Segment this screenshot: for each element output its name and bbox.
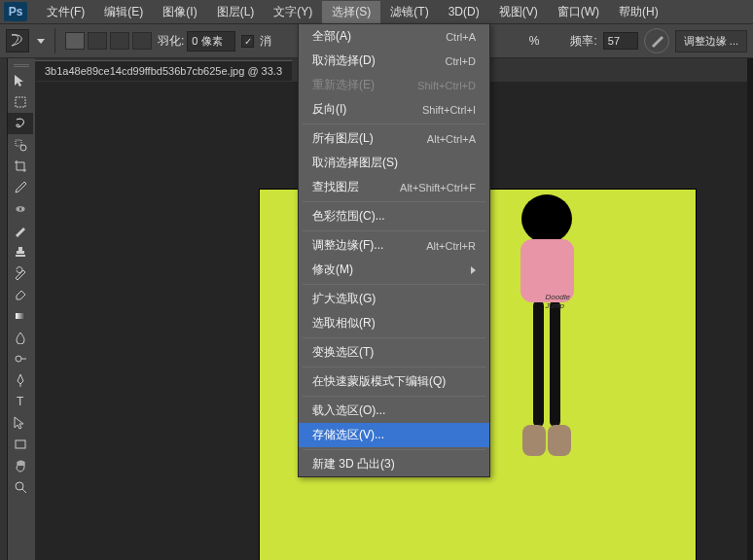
- menu-filter[interactable]: 滤镜(T): [380, 1, 438, 23]
- shape-tool[interactable]: [8, 434, 33, 455]
- anti-alias-checkbox[interactable]: ✓: [241, 35, 254, 48]
- svg-point-2: [20, 145, 26, 151]
- svg-point-10: [16, 482, 23, 490]
- menu-item-all[interactable]: 全部(A)Ctrl+A: [299, 24, 489, 49]
- lasso-tool[interactable]: [8, 113, 33, 134]
- mode-add-selection[interactable]: [88, 32, 107, 50]
- figure-feet: [503, 425, 591, 456]
- menu-item-color-range[interactable]: 色彩范围(C)...: [299, 204, 489, 228]
- svg-rect-6: [16, 313, 25, 319]
- ps-logo-icon: Ps: [4, 2, 27, 21]
- menu-separator: [303, 396, 485, 397]
- svg-rect-9: [16, 440, 25, 448]
- menu-file[interactable]: 文件(F): [37, 1, 94, 23]
- percent-label: %: [529, 34, 540, 48]
- hand-tool[interactable]: [8, 455, 33, 476]
- menu-item-quick-mask[interactable]: 在快速蒙版模式下编辑(Q): [299, 369, 489, 394]
- menu-item-all-layers[interactable]: 所有图层(L)Alt+Ctrl+A: [299, 126, 489, 151]
- eraser-tool[interactable]: [8, 284, 33, 305]
- figure-leg: [550, 300, 560, 427]
- menu-item-inverse[interactable]: 反向(I)Shift+Ctrl+I: [299, 97, 489, 122]
- figure-leg: [533, 300, 544, 427]
- menu-edit[interactable]: 编辑(E): [94, 1, 153, 23]
- svg-point-7: [16, 356, 21, 362]
- feather-field: 羽化: 0 像素: [158, 31, 235, 52]
- pressure-brush-icon[interactable]: [644, 28, 669, 53]
- history-brush-tool[interactable]: [8, 262, 33, 284]
- selection-mode-group: [65, 32, 152, 50]
- menu-separator: [303, 449, 485, 450]
- menu-separator: [303, 367, 485, 368]
- menu-separator: [303, 123, 485, 124]
- menu-separator: [303, 337, 485, 338]
- menu-item-transform[interactable]: 变换选区(T): [299, 340, 489, 365]
- menu-image[interactable]: 图像(I): [153, 1, 206, 23]
- divider: [54, 28, 55, 53]
- frequency-input[interactable]: 57: [603, 32, 638, 50]
- toolbox: T: [8, 58, 35, 560]
- zoom-tool[interactable]: [8, 476, 33, 498]
- menu-item-refine-edge[interactable]: 调整边缘(F)...Alt+Ctrl+R: [299, 233, 489, 258]
- stamp-tool[interactable]: [8, 241, 33, 262]
- pen-tool[interactable]: [8, 369, 33, 391]
- move-tool[interactable]: [8, 70, 33, 91]
- menu-item-find-layers[interactable]: 查找图层Alt+Shift+Ctrl+F: [299, 175, 489, 199]
- figure-foot: [522, 425, 546, 456]
- figure-shirt-text: Doodle Jump: [546, 293, 574, 310]
- svg-rect-1: [16, 140, 21, 146]
- menu-select[interactable]: 选择(S): [322, 1, 380, 23]
- healing-tool[interactable]: [8, 198, 33, 220]
- svg-rect-0: [16, 97, 25, 107]
- figure-torso: Doodle Jump: [520, 239, 574, 302]
- menu-3d[interactable]: 3D(D): [439, 2, 489, 21]
- figure-legs: [503, 300, 591, 427]
- figure-foot: [548, 425, 571, 456]
- menu-separator: [303, 284, 485, 285]
- menu-view[interactable]: 视图(V): [489, 1, 548, 23]
- svg-point-4: [18, 208, 19, 210]
- path-select-tool[interactable]: [8, 412, 33, 434]
- refine-edge-button[interactable]: 调整边缘 ...: [675, 30, 747, 52]
- menu-window[interactable]: 窗口(W): [548, 1, 609, 23]
- menu-item-reselect: 重新选择(E)Shift+Ctrl+D: [299, 73, 489, 97]
- crop-tool[interactable]: [8, 156, 33, 177]
- mode-intersect-selection[interactable]: [132, 32, 152, 50]
- menu-item-load-selection[interactable]: 载入选区(O)...: [299, 399, 489, 423]
- type-tool[interactable]: T: [8, 391, 33, 412]
- current-tool-preview[interactable]: [6, 29, 29, 52]
- menu-type[interactable]: 文字(Y): [264, 1, 322, 23]
- toolbox-grab-icon[interactable]: [8, 60, 35, 70]
- figure-head: [521, 194, 572, 243]
- menu-help[interactable]: 帮助(H): [609, 1, 668, 23]
- menu-item-new-3d[interactable]: 新建 3D 凸出(3): [299, 452, 489, 476]
- menu-separator: [303, 201, 485, 202]
- chevron-right-icon: [471, 266, 476, 274]
- menu-item-save-selection[interactable]: 存储选区(V)...: [299, 423, 489, 447]
- select-menu-dropdown: 全部(A)Ctrl+A 取消选择(D)Ctrl+D 重新选择(E)Shift+C…: [298, 23, 490, 477]
- right-panel-edge[interactable]: [747, 58, 753, 560]
- menu-bar: Ps 文件(F) 编辑(E) 图像(I) 图层(L) 文字(Y) 选择(S) 滤…: [0, 0, 753, 23]
- menu-item-similar[interactable]: 选取相似(R): [299, 311, 489, 335]
- svg-point-5: [21, 208, 23, 210]
- canvas-figure-right: Doodle Jump: [503, 194, 591, 456]
- svg-text:T: T: [17, 395, 24, 408]
- left-gutter: [0, 58, 8, 560]
- marquee-tool[interactable]: [8, 91, 33, 113]
- menu-item-deselect-layers[interactable]: 取消选择图层(S): [299, 151, 489, 175]
- mode-new-selection[interactable]: [65, 32, 85, 50]
- menu-item-deselect[interactable]: 取消选择(D)Ctrl+D: [299, 49, 489, 73]
- mode-subtract-selection[interactable]: [110, 32, 129, 50]
- menu-item-grow[interactable]: 扩大选取(G): [299, 287, 489, 311]
- menu-separator: [303, 230, 485, 231]
- blur-tool[interactable]: [8, 327, 33, 348]
- eyedropper-tool[interactable]: [8, 177, 33, 198]
- menu-item-modify[interactable]: 修改(M): [299, 258, 489, 282]
- document-tab[interactable]: 3b1a48e89ce14cd99ffbd536b7cb625e.jpg @ 3…: [35, 60, 292, 81]
- menu-layer[interactable]: 图层(L): [207, 1, 265, 23]
- quick-select-tool[interactable]: [8, 134, 33, 156]
- brush-tool[interactable]: [8, 220, 33, 241]
- feather-input[interactable]: 0 像素: [187, 31, 235, 52]
- gradient-tool[interactable]: [8, 305, 33, 327]
- chevron-down-icon[interactable]: [37, 39, 45, 44]
- dodge-tool[interactable]: [8, 348, 33, 369]
